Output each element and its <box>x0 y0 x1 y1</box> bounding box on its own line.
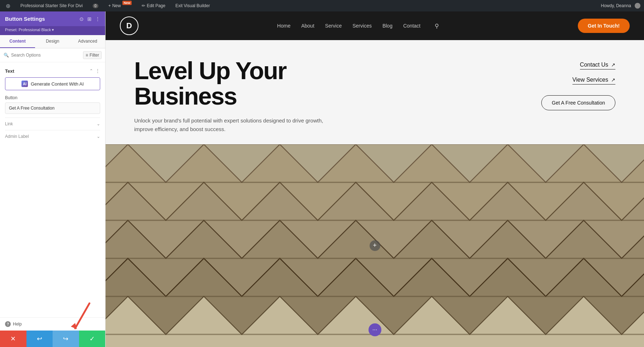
layout-icon[interactable]: ⊞ <box>87 16 92 22</box>
link-section-header[interactable]: Link ⌄ <box>5 121 100 126</box>
redo-button[interactable]: ↪ <box>53 331 79 347</box>
panel-search: 🔍 ≡ Filter <box>0 48 105 62</box>
hero-content: Level Up Your Business Unlock your brand… <box>134 58 615 134</box>
generate-ai-button[interactable]: AI Generate Content With AI <box>5 77 100 90</box>
panel-preset[interactable]: Preset: Professional Black ▾ <box>0 26 105 35</box>
cancel-button[interactable]: ✕ <box>0 331 26 347</box>
left-panel: Button Settings ⊙ ⊞ ⋮ Preset: Profession… <box>0 11 106 347</box>
contact-us-link[interactable]: Contact Us ↗ <box>580 62 615 69</box>
panel-title: Button Settings <box>5 16 45 22</box>
hero-subtitle: Unlock your brand's full potential with … <box>134 116 342 134</box>
admin-label-title: Admin Label <box>5 134 29 139</box>
admin-bar-right: Howdy, Deanna <box>601 3 641 9</box>
wp-logo-item[interactable]: ⊕ <box>4 0 13 11</box>
module-options-button[interactable]: ··· <box>369 323 381 336</box>
building-section: + ··· <box>106 144 644 347</box>
edit-page-item[interactable]: ✏ Edit Page <box>140 0 167 11</box>
edit-page-label: Edit Page <box>147 3 165 8</box>
get-in-touch-button[interactable]: Get In Touch! <box>578 19 630 33</box>
button-field-label: Button <box>5 95 100 100</box>
redo-icon: ↪ <box>63 335 68 343</box>
nav-contact[interactable]: Contact <box>403 23 420 29</box>
main-layout: Button Settings ⊙ ⊞ ⋮ Preset: Profession… <box>0 11 644 347</box>
text-section-title: Text <box>5 68 14 74</box>
site-header: D Home About Service Services Blog Conta… <box>106 11 644 40</box>
site-logo: D <box>120 16 138 35</box>
undo-icon: ↩ <box>37 335 42 343</box>
hero-left: Level Up Your Business Unlock your brand… <box>134 58 385 134</box>
help-label: Help <box>13 322 22 327</box>
help-icon: ? <box>5 321 11 327</box>
site-name-item[interactable]: Professional Starter Site For Divi <box>18 0 85 11</box>
tab-design[interactable]: Design <box>35 35 70 48</box>
tab-advanced[interactable]: Advanced <box>70 35 105 48</box>
hero-title: Level Up Your Business <box>134 58 385 109</box>
howdy-text: Howdy, Deanna <box>601 3 631 8</box>
exit-builder-item[interactable]: Exit Visual Builder <box>173 0 212 11</box>
site-nav: Home About Service Services Blog Contact… <box>277 23 439 29</box>
ai-icon: AI <box>21 81 28 87</box>
plus-icon: + <box>373 242 377 249</box>
text-section-actions: ⌃ ⋮ <box>89 68 100 74</box>
panel-content: Text ⌃ ⋮ AI Generate Content With AI But… <box>0 62 105 317</box>
panel-header-icons: ⊙ ⊞ ⋮ <box>79 16 100 22</box>
admin-label-header[interactable]: Admin Label ⌄ <box>5 134 100 139</box>
hero-right: Contact Us ↗ View Services ↗ Get A Free … <box>515 58 615 110</box>
comments-item[interactable]: 0 <box>91 0 101 11</box>
save-button[interactable]: ✓ <box>79 331 106 347</box>
wp-logo-icon: ⊕ <box>6 3 10 9</box>
nav-service[interactable]: Service <box>325 23 342 29</box>
filter-label: Filter <box>89 53 99 58</box>
nav-services[interactable]: Services <box>352 23 372 29</box>
text-section-header: Text ⌃ ⋮ <box>5 68 100 74</box>
exit-builder-label: Exit Visual Builder <box>175 3 210 8</box>
new-item[interactable]: + New New <box>106 0 134 11</box>
plus-icon: + <box>108 3 111 8</box>
panel-tabs: Content Design Advanced <box>0 35 105 48</box>
new-label: New <box>112 3 121 8</box>
admin-chevron-icon[interactable]: ⌄ <box>97 134 100 139</box>
button-text-input[interactable] <box>5 102 100 114</box>
link-chevron-icon[interactable]: ⌄ <box>97 121 100 126</box>
nav-home[interactable]: Home <box>277 23 291 29</box>
filter-button[interactable]: ≡ Filter <box>83 51 102 59</box>
help-section[interactable]: ? Help <box>0 317 105 331</box>
bottom-action-bar: ✕ ↩ ↪ ✓ <box>0 331 105 347</box>
tab-content[interactable]: Content <box>0 35 35 48</box>
search-input[interactable] <box>11 53 81 58</box>
dots-icon: ··· <box>372 327 377 333</box>
filter-icon: ≡ <box>86 53 88 58</box>
link-section-title: Link <box>5 121 13 126</box>
avatar <box>635 3 640 9</box>
add-module-button[interactable]: + <box>370 240 380 251</box>
cancel-icon: ✕ <box>10 335 16 343</box>
services-arrow-icon: ↗ <box>611 77 615 83</box>
pencil-icon: ✏ <box>142 3 145 8</box>
hero-section: Level Up Your Business Unlock your brand… <box>106 40 644 144</box>
options-icon[interactable]: ⋮ <box>95 68 100 74</box>
free-consultation-button[interactable]: Get A Free Consultation <box>541 95 615 110</box>
more-icon[interactable]: ⋮ <box>95 16 100 22</box>
comment-count: 0 <box>93 4 98 8</box>
contact-arrow-icon: ↗ <box>611 62 615 68</box>
right-content: D Home About Service Services Blog Conta… <box>106 11 644 347</box>
nav-blog[interactable]: Blog <box>382 23 392 29</box>
link-section: Link ⌄ <box>5 117 100 126</box>
new-badge: New <box>122 1 132 5</box>
visibility-icon[interactable]: ⊙ <box>79 16 84 22</box>
view-services-link[interactable]: View Services ↗ <box>572 77 615 85</box>
undo-button[interactable]: ↩ <box>26 331 53 347</box>
site-name-label: Professional Starter Site For Divi <box>20 3 83 8</box>
save-icon: ✓ <box>89 335 95 343</box>
admin-label-section: Admin Label ⌄ <box>5 130 100 139</box>
search-icon: 🔍 <box>4 53 9 58</box>
nav-about[interactable]: About <box>301 23 314 29</box>
panel-header: Button Settings ⊙ ⊞ ⋮ <box>0 11 105 26</box>
wp-admin-bar: ⊕ Professional Starter Site For Divi 0 +… <box>0 0 644 11</box>
preset-label: Preset: Professional Black ▾ <box>5 28 54 32</box>
ai-button-label: Generate Content With AI <box>31 81 84 87</box>
chevron-up-icon[interactable]: ⌃ <box>89 68 93 73</box>
search-icon[interactable]: ⚲ <box>435 23 439 29</box>
